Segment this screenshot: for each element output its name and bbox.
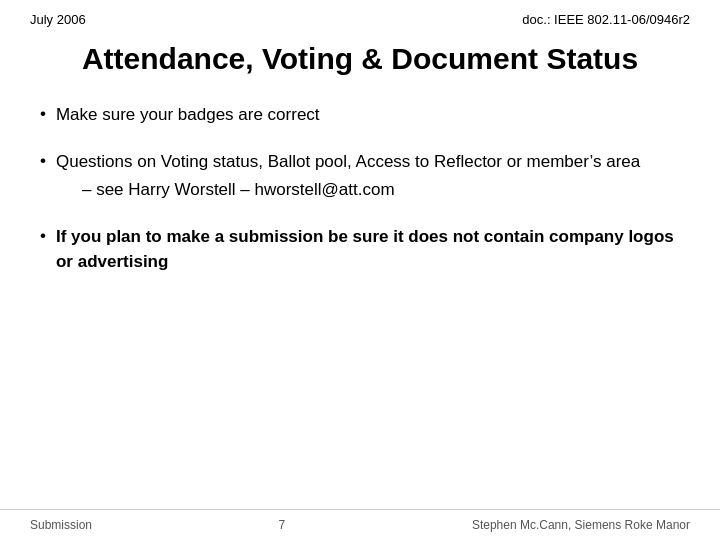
header-doc: doc.: IEEE 802.11-06/0946r2 (522, 12, 690, 27)
bullet-marker-2: • (40, 151, 46, 171)
slide-title: Attendance, Voting & Document Status (0, 27, 720, 95)
bullet-item-3: • If you plan to make a submission be su… (40, 225, 680, 274)
slide-header: July 2006 doc.: IEEE 802.11-06/0946r2 (0, 0, 720, 27)
header-date: July 2006 (30, 12, 86, 27)
bullet-item-2: • Questions on Voting status, Ballot poo… (40, 150, 680, 203)
bullet-text-2: Questions on Voting status, Ballot pool,… (56, 152, 640, 171)
bullet-text-1: Make sure your badges are correct (56, 105, 320, 124)
footer-page-number: 7 (279, 518, 286, 532)
bullet-text-3: If you plan to make a submission be sure… (56, 227, 674, 271)
bullet-marker-3: • (40, 226, 46, 246)
slide: July 2006 doc.: IEEE 802.11-06/0946r2 At… (0, 0, 720, 540)
slide-footer: Submission 7 Stephen Mc.Cann, Siemens Ro… (0, 509, 720, 540)
bullet-item-1: • Make sure your badges are correct (40, 103, 680, 128)
bullet-marker-1: • (40, 104, 46, 124)
footer-left: Submission (30, 518, 92, 532)
sub-item-2: – see Harry Worstell – hworstell@att.com (82, 178, 640, 203)
footer-right: Stephen Mc.Cann, Siemens Roke Manor (472, 518, 690, 532)
slide-content: • Make sure your badges are correct • Qu… (0, 95, 720, 274)
